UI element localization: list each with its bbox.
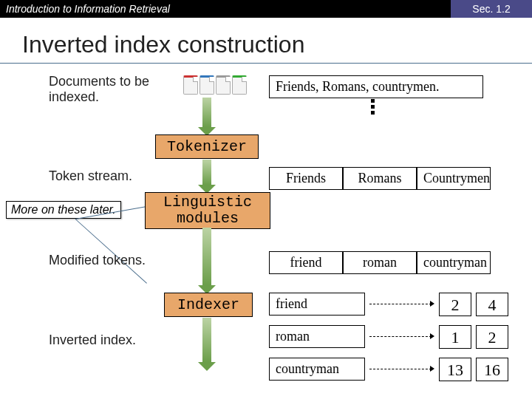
arrow-tip-icon <box>430 301 434 307</box>
arrow-tip-icon <box>430 366 434 372</box>
postings-row: 2 4 <box>439 293 508 316</box>
doc-icon <box>232 75 247 95</box>
token-row: Friends Romans Countrymen <box>269 167 491 190</box>
token-cell: Friends <box>269 167 343 190</box>
modified-token-row: friend roman countryman <box>269 251 491 274</box>
doc-icon <box>216 75 231 95</box>
index-term: friend <box>269 293 365 316</box>
token-cell: Countrymen <box>417 167 491 190</box>
documents-label: Documents to be indexed. <box>49 74 160 105</box>
posting-cell: 2 <box>439 293 471 316</box>
down-arrow-icon <box>202 318 211 362</box>
title-underline <box>0 63 532 64</box>
down-arrow-icon <box>202 160 211 185</box>
down-arrow-icon <box>202 228 211 285</box>
postings-row: 13 16 <box>439 358 508 381</box>
postings-row: 1 2 <box>439 325 508 349</box>
modified-tokens-label: Modified tokens. <box>49 253 146 268</box>
posting-cell: 13 <box>439 358 471 381</box>
posting-cell: 1 <box>439 325 471 349</box>
annotation-note: More on these later. <box>6 201 121 219</box>
course-title: Introduction to Information Retrieval <box>0 0 451 18</box>
arrow-tip-icon <box>430 333 434 339</box>
token-cell: roman <box>343 251 417 274</box>
indexer-stage: Indexer <box>164 293 253 317</box>
diagram-area: Documents to be indexed. Friends, Romans… <box>0 71 532 396</box>
posting-cell: 4 <box>476 293 508 316</box>
tokenizer-stage: Tokenizer <box>155 134 259 159</box>
vertical-dots <box>371 99 375 115</box>
document-text: Friends, Romans, countrymen. <box>269 75 483 98</box>
inverted-index-label: Inverted index. <box>49 332 136 348</box>
connector-line <box>75 219 147 284</box>
down-arrow-icon <box>202 98 211 127</box>
slide-header: Introduction to Information Retrieval Se… <box>0 0 532 18</box>
posting-cell: 16 <box>476 358 508 381</box>
doc-icon <box>200 75 214 95</box>
index-term: roman <box>269 325 365 348</box>
posting-cell: 2 <box>476 325 508 349</box>
token-stream-label: Token stream. <box>49 168 132 184</box>
index-term: countryman <box>269 358 365 381</box>
doc-icon <box>183 75 198 95</box>
dashed-connector <box>369 369 432 369</box>
section-label: Sec. 1.2 <box>451 0 532 18</box>
slide-title: Inverted index construction <box>0 18 532 63</box>
dashed-connector <box>369 336 432 337</box>
token-cell: countryman <box>417 251 491 274</box>
token-cell: friend <box>269 251 343 274</box>
token-cell: Romans <box>343 167 417 190</box>
dashed-connector <box>369 304 432 304</box>
linguistic-modules-stage: Linguistic modules <box>145 192 270 229</box>
document-icons <box>183 75 247 95</box>
